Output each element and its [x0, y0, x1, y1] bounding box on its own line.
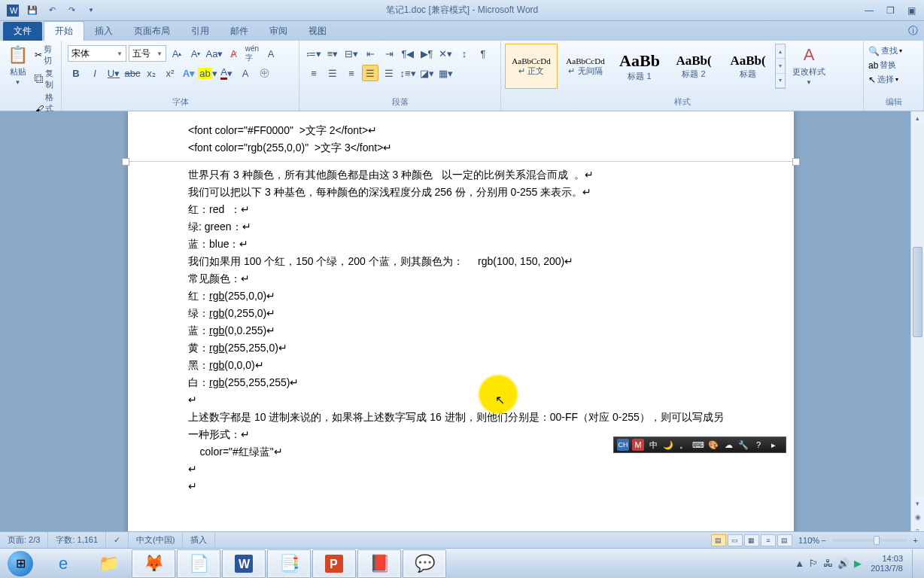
sort-button[interactable]: ↕ [456, 45, 473, 62]
task-powerpoint[interactable]: P [312, 549, 356, 578]
increase-indent-button[interactable]: ⇥ [381, 45, 397, 62]
align-center-button[interactable]: ☰ [324, 65, 341, 81]
tab-home[interactable]: 开始 [44, 21, 84, 41]
numbering-button[interactable]: ≡▾ [324, 45, 341, 62]
task-chat[interactable]: 💬 [403, 549, 446, 578]
superscript-button[interactable]: x² [162, 65, 178, 81]
bullets-button[interactable]: ≔▾ [305, 45, 322, 62]
ltr-button[interactable]: ¶◀ [400, 45, 416, 62]
minimize-button[interactable]: — [859, 4, 879, 17]
task-word[interactable]: W [222, 549, 266, 578]
ime-punct-icon[interactable]: 。 [677, 439, 689, 451]
ime-keyboard-icon[interactable]: ⌨ [692, 439, 704, 451]
line-spacing-button[interactable]: ↕≡▾ [400, 65, 416, 81]
subscript-button[interactable]: x₂ [143, 65, 160, 81]
tray-net-icon[interactable]: 🖧 [823, 558, 833, 569]
ime-moon-icon[interactable]: 🌙 [662, 439, 674, 451]
ime-m-icon[interactable]: M [632, 439, 644, 451]
multilevel-button[interactable]: ⊟▾ [343, 45, 360, 62]
task-ie[interactable]: e [41, 549, 85, 578]
status-insert-mode[interactable]: 插入 [183, 532, 215, 548]
paste-button[interactable]: 📋 粘贴 ▼ [3, 42, 32, 89]
ime-cloud-icon[interactable]: ☁ [722, 439, 734, 451]
undo-button[interactable]: ↶ [44, 2, 60, 19]
help-icon[interactable]: ⓘ [908, 24, 918, 38]
tray-flag-icon[interactable]: 🏳 [809, 558, 819, 569]
show-marks-button[interactable]: ¶ [475, 45, 491, 62]
phonetic-button[interactable]: wén字 [244, 45, 260, 62]
close-ribbon-button[interactable]: ▣ [901, 4, 921, 17]
view-print-layout[interactable]: ▤ [711, 534, 726, 546]
borders-button[interactable]: ▦▾ [437, 65, 454, 81]
scroll-up-icon[interactable]: ▴ [911, 111, 924, 125]
ime-tool-icon[interactable]: 🔧 [737, 439, 749, 451]
show-desktop-button[interactable] [912, 549, 919, 578]
document-page[interactable]: <font color="#FF0000" >文字 2</font>↵ <fon… [128, 111, 794, 537]
clear-format-button[interactable]: A̷ [225, 45, 242, 62]
restore-button[interactable]: ❐ [880, 4, 900, 17]
start-button[interactable]: ⊞ [0, 549, 41, 579]
style-normal[interactable]: AaBbCcDd↵ 正文 [505, 44, 558, 89]
status-page[interactable]: 页面: 2/3 [0, 532, 48, 548]
qat-dropdown[interactable]: ▼ [83, 2, 99, 19]
char-shading-button[interactable]: A [237, 65, 254, 81]
tray-vol-icon[interactable]: 🔊 [837, 558, 850, 569]
shrink-font-button[interactable]: A▾ [187, 45, 204, 62]
ime-help-icon[interactable]: ? [752, 439, 764, 451]
rtl-button[interactable]: ▶¶ [418, 45, 435, 62]
find-button[interactable]: 🔍查找▾ [868, 45, 902, 56]
task-notebook[interactable]: 📕 [357, 549, 401, 578]
tab-mailings[interactable]: 邮件 [220, 22, 259, 41]
tab-view[interactable]: 视图 [298, 22, 337, 41]
border-char-button[interactable]: A [263, 45, 279, 62]
tray-rec-icon[interactable]: ▶ [854, 558, 862, 569]
zoom-in-button[interactable]: + [913, 536, 918, 545]
style-title[interactable]: AaBb(标题 [722, 44, 774, 89]
word-app-icon[interactable]: W [5, 2, 21, 19]
status-proofing[interactable]: ✓ [106, 532, 129, 548]
ime-lang-icon[interactable]: CH [617, 439, 629, 451]
style-scroll[interactable]: ▴▾▾ [775, 44, 786, 89]
style-nospace[interactable]: AaBbCcDd↵ 无间隔 [559, 44, 612, 89]
vertical-scrollbar[interactable]: ▴ ▾ ◉ ▿ [910, 111, 924, 537]
tab-review[interactable]: 审阅 [259, 22, 298, 41]
tab-layout[interactable]: 页面布局 [123, 22, 181, 41]
zoom-thumb[interactable] [874, 536, 880, 545]
tab-file[interactable]: 文件 [3, 22, 42, 41]
replace-button[interactable]: ab替换 [868, 59, 896, 71]
status-words[interactable]: 字数: 1,161 [48, 532, 106, 548]
clock[interactable]: 14:03 2013/7/8 [866, 554, 907, 573]
bold-button[interactable]: B [68, 65, 84, 81]
asian-layout-button[interactable]: ✕▾ [437, 45, 454, 62]
ime-toolbar[interactable]: CH M 中 🌙 。 ⌨ 🎨 ☁ 🔧 ? ▸ [613, 437, 786, 453]
zoom-slider[interactable] [832, 539, 907, 542]
select-button[interactable]: ↖选择▾ [868, 74, 898, 85]
font-size-combo[interactable]: 五号▼ [129, 45, 166, 62]
redo-button[interactable]: ↷ [63, 2, 80, 19]
align-left-button[interactable]: ≡ [305, 65, 322, 81]
view-full-screen[interactable]: ▭ [728, 534, 743, 546]
decrease-indent-button[interactable]: ⇤ [362, 45, 378, 62]
scroll-thumb[interactable] [913, 247, 922, 337]
tab-insert[interactable]: 插入 [84, 22, 123, 41]
change-case-button[interactable]: Aa▾ [206, 45, 223, 62]
style-h2[interactable]: AaBb(标题 2 [667, 44, 720, 89]
task-help[interactable]: 📑 [267, 549, 311, 578]
underline-button[interactable]: U▾ [105, 65, 122, 81]
enclose-char-button[interactable]: ㊥ [256, 65, 272, 81]
tab-references[interactable]: 引用 [181, 22, 220, 41]
change-styles-button[interactable]: A 更改样式 ▼ [788, 42, 830, 89]
zoom-out-button[interactable]: − [821, 536, 825, 545]
zoom-level[interactable]: 110% [798, 536, 819, 545]
task-firefox[interactable]: 🦊 [132, 549, 175, 578]
save-button[interactable]: 💾 [24, 2, 41, 19]
view-outline[interactable]: ≡ [761, 534, 776, 546]
distribute-button[interactable]: ☰ [381, 65, 397, 81]
prev-page-icon[interactable]: ◉ [911, 510, 924, 524]
font-name-combo[interactable]: 宋体▼ [68, 45, 126, 62]
align-right-button[interactable]: ≡ [343, 65, 360, 81]
tray-up-icon[interactable]: ▲ [795, 558, 804, 569]
view-web[interactable]: ▦ [744, 534, 759, 546]
view-draft[interactable]: ▤ [777, 534, 792, 546]
shading-button[interactable]: ◪▾ [418, 65, 435, 81]
